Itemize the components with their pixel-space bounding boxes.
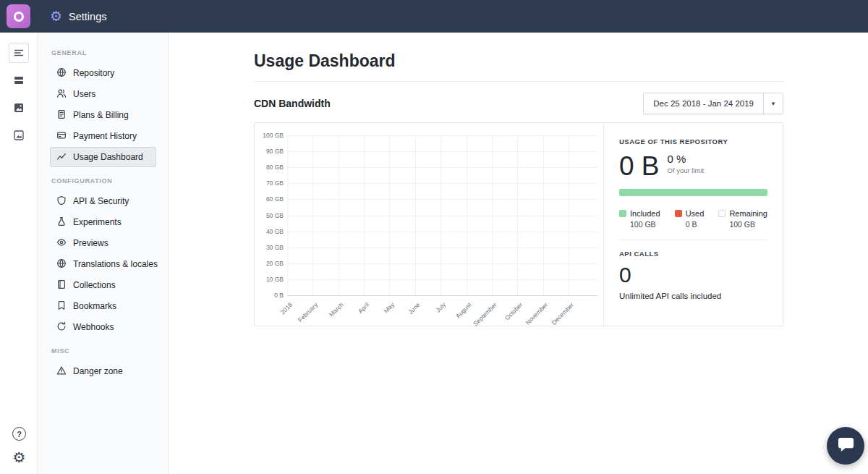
settings-gear-icon: ⚙ <box>50 9 62 23</box>
y-axis-tick-label: 50 GB <box>255 212 284 219</box>
api-calls-value: 0 <box>619 263 767 287</box>
panel-divider <box>619 240 767 240</box>
legend-swatch-remaining <box>718 210 726 217</box>
sidebar-item-label: Users <box>73 89 95 99</box>
x-axis-tick-label: June <box>407 301 422 316</box>
sidebar-item-payment-history[interactable]: Payment History <box>50 126 156 146</box>
legend-swatch-included <box>619 210 626 217</box>
content-lines-icon[interactable] <box>9 43 29 63</box>
chat-launcher-button[interactable] <box>827 427 864 465</box>
chart-gridline <box>441 135 441 295</box>
sidebar-item-api-security[interactable]: API & Security <box>50 191 156 211</box>
sidebar-item-label: Plans & Billing <box>73 110 129 120</box>
framed-image-icon[interactable] <box>9 125 29 145</box>
y-axis-tick-label: 90 GB <box>255 148 284 155</box>
sidebar-item-bookmarks[interactable]: Bookmarks <box>50 296 156 316</box>
y-axis-tick-label: 30 GB <box>255 244 284 251</box>
eye-icon <box>56 237 67 250</box>
book-icon <box>56 279 67 292</box>
chart-gridline <box>287 151 597 152</box>
legend-swatch-used <box>675 210 682 217</box>
chart-gridline <box>287 199 597 200</box>
sidebar-item-translations-locales[interactable]: Translations & locales <box>50 254 156 274</box>
media-image-icon[interactable] <box>9 98 29 118</box>
main-content: Usage Dashboard CDN Bandwidth Dec 25 201… <box>169 33 868 474</box>
rows-icon[interactable] <box>9 70 29 90</box>
y-axis-tick-label: 70 GB <box>255 179 284 187</box>
legend-value: 100 GB <box>729 220 767 229</box>
x-axis-tick-label: February <box>297 301 319 323</box>
rail-bottom: ? ⚙ <box>0 427 38 465</box>
credit-card-icon <box>56 130 67 143</box>
app-logo[interactable] <box>7 4 30 28</box>
usage-percent-caption: Of your limit <box>668 166 705 174</box>
x-axis-tick-label: May <box>383 301 396 314</box>
sidebar-item-label: Payment History <box>73 131 137 141</box>
warning-icon <box>56 365 67 378</box>
y-axis-tick-label: 20 GB <box>255 260 284 267</box>
sidebar-item-previews[interactable]: Previews <box>50 233 156 253</box>
chart-gridline <box>287 295 597 296</box>
x-axis-tick-label: October <box>503 301 524 321</box>
chart-gridline <box>287 247 597 248</box>
date-range-label[interactable]: Dec 25 2018 - Jan 24 2019 <box>644 93 763 114</box>
globe-icon <box>56 67 67 80</box>
sidebar-item-users[interactable]: Users <box>50 84 156 104</box>
sidebar-item-label: Experiments <box>73 217 122 227</box>
sidebar-item-label: Translations & locales <box>73 259 158 269</box>
topbar: ⚙ Settings <box>0 0 868 33</box>
usage-value: 0 B <box>619 153 660 179</box>
icon-rail: ? ⚙ <box>0 33 38 474</box>
date-range-dropdown-button[interactable]: ▾ <box>763 93 783 114</box>
chevron-down-icon: ▾ <box>772 100 775 107</box>
x-axis-tick-label: March <box>328 301 345 318</box>
sidebar-item-label: Collections <box>73 280 116 290</box>
sidebar-item-collections[interactable]: Collections <box>50 275 156 295</box>
users-icon <box>56 88 67 101</box>
chart-line-icon <box>56 151 67 164</box>
sidebar-item-repository[interactable]: Repository <box>50 63 156 83</box>
sidebar-item-label: Usage Dashboard <box>73 152 143 162</box>
chart-gridline <box>287 135 597 136</box>
legend-label: Remaining <box>729 209 767 218</box>
topbar-title: Settings <box>69 11 106 22</box>
usage-panel: USAGE OF THIS REPOSITORY 0 B 0 % Of your… <box>603 123 783 326</box>
api-calls-caption: Unlimited API calls included <box>619 292 767 300</box>
title-divider <box>254 81 783 82</box>
sidebar-item-label: Repository <box>73 68 114 78</box>
y-axis-tick-label: 60 GB <box>255 195 284 203</box>
legend-value: 0 B <box>686 220 705 229</box>
flask-icon <box>56 216 67 229</box>
chart-gridline <box>415 135 416 295</box>
x-axis-tick-label: December <box>550 301 575 326</box>
sidebar-item-webhooks[interactable]: Webhooks <box>50 317 156 337</box>
sidebar-item-experiments[interactable]: Experiments <box>50 212 156 232</box>
sidebar-section-configuration: CONFIGURATION <box>51 177 155 185</box>
globe-icon <box>56 258 67 271</box>
sidebar-item-plans-billing[interactable]: Plans & Billing <box>50 105 156 125</box>
x-axis-tick-label: 2018 <box>279 301 294 316</box>
chart-gridline <box>543 135 544 295</box>
invoice-icon <box>56 109 67 122</box>
sidebar-item-usage-dashboard[interactable]: Usage Dashboard <box>50 147 156 167</box>
y-axis-tick-label: 0 B <box>255 292 284 299</box>
chart-gridline <box>389 135 390 295</box>
usage-percent: 0 % <box>668 153 705 165</box>
logo-ring-icon <box>14 12 24 22</box>
cdn-bandwidth-chart: 0 B10 GB20 GB30 GB40 GB50 GB60 GB70 GB80… <box>255 123 603 326</box>
x-axis-tick-label: August <box>454 301 473 320</box>
api-calls-heading: API CALLS <box>619 250 767 258</box>
usage-card: 0 B10 GB20 GB30 GB40 GB50 GB60 GB70 GB80… <box>254 122 783 326</box>
date-range-control[interactable]: Dec 25 2018 - Jan 24 2019 ▾ <box>643 93 783 114</box>
sidebar-item-label: Previews <box>73 238 109 248</box>
legend-item-used: Used 0 B <box>675 209 705 229</box>
shield-icon <box>56 195 67 208</box>
chart-gridline <box>339 135 339 295</box>
sidebar-item-label: Danger zone <box>73 366 123 376</box>
chat-bubble-icon <box>837 436 855 456</box>
help-icon[interactable]: ? <box>12 427 26 441</box>
y-axis-tick-label: 80 GB <box>255 164 284 171</box>
chart-gridline <box>492 135 493 295</box>
gear-icon[interactable]: ⚙ <box>13 450 26 465</box>
sidebar-item-danger-zone[interactable]: Danger zone <box>50 361 156 381</box>
